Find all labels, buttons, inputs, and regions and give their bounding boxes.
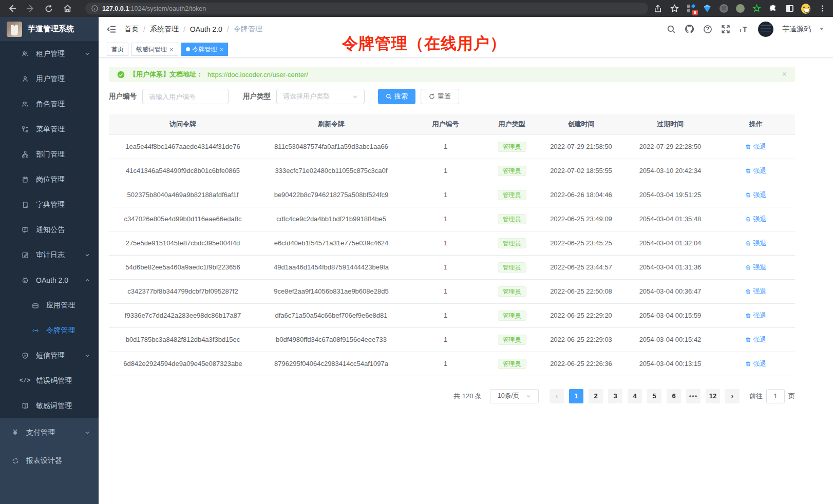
user-avatar[interactable] (758, 22, 773, 37)
site-info-icon[interactable] (91, 5, 98, 12)
sidebar-item-label: 通知公告 (36, 225, 65, 235)
sidebar-item-notice[interactable]: 通知公告 (0, 217, 99, 242)
bookmark-star-icon[interactable] (670, 4, 679, 13)
page-button-6[interactable]: 6 (667, 389, 681, 403)
search-icon[interactable] (667, 25, 676, 34)
search-button[interactable]: 搜索 (378, 89, 415, 104)
sidebar-item-error-code[interactable]: </>错误码管理 (0, 368, 99, 393)
force-logout-button[interactable]: 强退 (745, 166, 767, 176)
github-icon[interactable] (685, 24, 694, 34)
breadcrumb-item[interactable]: OAuth 2.0 (190, 25, 222, 33)
share-icon[interactable] (653, 4, 662, 13)
alert-doc-link[interactable]: https://doc.iocoder.cn/user-center/ (207, 71, 308, 79)
sidebar-item-oauth2[interactable]: OAuth 2.0 (0, 267, 99, 293)
expire-time-cell: 2054-03-04 00:36:47 (624, 279, 716, 303)
extension-star-icon[interactable] (752, 4, 761, 13)
page-button-12[interactable]: 12 (706, 389, 720, 403)
sidebar-item-sms[interactable]: 短信管理 (0, 343, 99, 368)
extensions-puzzle-icon[interactable] (768, 4, 778, 13)
created-time-cell: 2022-06-25 22:50:08 (538, 279, 624, 303)
extension-gem-icon[interactable] (703, 4, 712, 13)
page-button-3[interactable]: 3 (608, 389, 622, 403)
back-button[interactable] (6, 3, 17, 14)
alert-close-icon[interactable]: × (782, 70, 787, 79)
force-logout-button[interactable]: 强退 (745, 311, 767, 320)
force-logout-button[interactable]: 强退 (745, 359, 767, 369)
profile-avatar-emoji[interactable] (801, 4, 810, 13)
sidebar-item-dept[interactable]: 部门管理 (0, 142, 99, 167)
sidebar-item-tenant[interactable]: 租户管理 (0, 41, 99, 66)
force-logout-button[interactable]: 强退 (745, 190, 767, 200)
goto-page-input[interactable] (766, 389, 785, 403)
fullscreen-icon[interactable] (721, 25, 730, 34)
sidebar-item-sensitive-word[interactable]: 敏感词管理 (0, 393, 99, 418)
sidebar-item-oauth2-app[interactable]: 应用管理 (0, 293, 99, 318)
page-button-1[interactable]: 1 (569, 389, 583, 403)
url-bar[interactable]: 127.0.0.1:1024/system/oauth2/token (85, 3, 648, 14)
sidebar-fold-icon[interactable] (99, 24, 124, 34)
goto-suffix: 页 (788, 392, 795, 401)
sidebar-item-user[interactable]: 用户管理 (0, 66, 99, 91)
font-size-icon[interactable]: TT (739, 25, 749, 34)
view-tab[interactable]: 首页 (107, 43, 128, 56)
page-size-select[interactable]: 10条/页 (490, 389, 539, 403)
breadcrumb-item[interactable]: 系统管理 (150, 25, 179, 34)
home-button[interactable] (62, 3, 73, 14)
token-icon (31, 327, 40, 334)
sidebar-item-pay[interactable]: ¥支付管理 (0, 418, 99, 447)
extension-command-icon[interactable]: ⌘ (719, 4, 728, 13)
tabs-bar: 首页敏感词管理×令牌管理× (99, 41, 833, 58)
page-button-4[interactable]: 4 (628, 389, 642, 403)
app-header: 首页/系统管理/OAuth 2.0/令牌管理 TT 芋道源码 (99, 17, 833, 41)
prev-page-button[interactable]: ‹ (550, 389, 564, 403)
view-tab[interactable]: 敏感词管理× (131, 43, 178, 56)
reset-button[interactable]: 重置 (421, 89, 459, 104)
user-id-cell: 1 (406, 207, 485, 231)
user-name[interactable]: 芋道源码 (782, 25, 811, 34)
sidebar-item-audit-log[interactable]: 审计日志 (0, 242, 99, 267)
sidebar-item-oauth2-token[interactable]: 令牌管理 (0, 318, 99, 343)
table-row: 502375b8040a469a9b82188afdf6af1fbe90422b… (109, 183, 795, 207)
close-tab-icon[interactable]: × (220, 46, 224, 53)
user-type-tag: 管理员 (498, 262, 526, 273)
help-icon[interactable] (703, 25, 712, 34)
browser-menu-icon[interactable] (818, 4, 827, 13)
force-logout-button[interactable]: 强退 (745, 215, 767, 224)
force-logout-button[interactable]: 强退 (745, 287, 767, 296)
next-page-button[interactable]: › (725, 389, 740, 403)
page-button-2[interactable]: 2 (589, 389, 603, 403)
force-logout-button[interactable]: 强退 (745, 335, 767, 344)
pager-more-button[interactable]: ••• (686, 389, 701, 403)
tab-split-icon[interactable] (785, 4, 794, 13)
app-logo[interactable]: 芋道管理系统 (0, 17, 99, 41)
breadcrumb-item[interactable]: 首页 (124, 25, 139, 34)
user-id-input[interactable] (142, 89, 229, 104)
close-tab-icon[interactable]: × (169, 46, 174, 53)
user-type-select[interactable]: 请选择用户类型 (276, 89, 365, 104)
user-id-cell: 1 (406, 279, 485, 303)
access-token-cell: b0d1785bc3a8482f812db4a3f3bd15ec (109, 327, 257, 352)
created-time-cell: 2022-06-26 18:04:46 (538, 183, 624, 207)
extension-record-icon[interactable] (735, 4, 745, 13)
sidebar-item-report-designer[interactable]: 报表设计器 (0, 447, 99, 475)
sidebar-item-label: 报表设计器 (26, 456, 62, 466)
svg-text:T: T (739, 28, 742, 33)
force-logout-button[interactable]: 强退 (745, 239, 767, 248)
reload-button[interactable] (43, 3, 54, 14)
chevron-down-icon (85, 430, 90, 435)
page-button-5[interactable]: 5 (647, 389, 661, 403)
sidebar-item-role[interactable]: 角色管理 (0, 91, 99, 117)
extension-grid-icon[interactable]: 9 (686, 4, 695, 13)
forward-button[interactable] (25, 3, 36, 14)
force-logout-button[interactable]: 强退 (745, 263, 767, 272)
user-id-cell: 1 (406, 183, 485, 207)
user-type-tag: 管理员 (498, 142, 526, 152)
created-time-cell: 2022-06-25 22:26:36 (538, 352, 624, 376)
force-logout-button[interactable]: 强退 (745, 142, 767, 151)
sidebar-item-menu[interactable]: 菜单管理 (0, 117, 99, 142)
sidebar-item-dict[interactable]: 字典管理 (0, 192, 99, 217)
view-tab[interactable]: 令牌管理× (181, 43, 229, 56)
sidebar-item-post[interactable]: 岗位管理 (0, 167, 99, 192)
delete-icon (745, 337, 751, 343)
user-menu-caret-icon[interactable] (820, 28, 824, 30)
